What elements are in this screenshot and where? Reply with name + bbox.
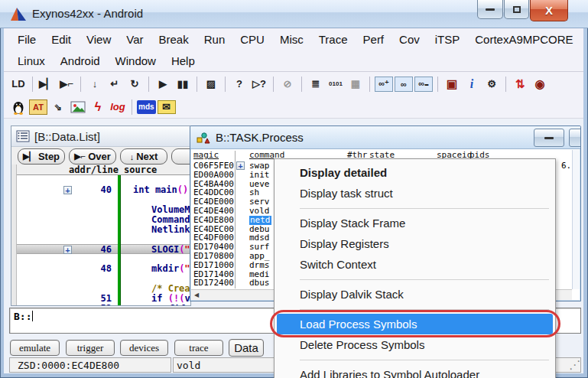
context-help-icon[interactable]: ▷?: [250, 75, 268, 93]
flash-icon[interactable]: ϟ: [89, 98, 107, 116]
menu-item-display-task-struct[interactable]: Display task struct: [275, 183, 555, 204]
toolbar-separator: [132, 99, 132, 115]
data-list-button-over[interactable]: ▶⌐Over: [69, 148, 116, 165]
power-off-icon[interactable]: ◉: [531, 75, 549, 93]
menu-item-android[interactable]: Android: [53, 54, 108, 67]
menu-item-cortexa9mpcore[interactable]: CortexA9MPCORE: [467, 33, 580, 46]
go-icon[interactable]: ▶: [154, 75, 172, 93]
menu-item-break[interactable]: Break: [151, 33, 197, 46]
menu-item-display-stack-frame[interactable]: Display Stack Frame: [275, 213, 555, 233]
menu-item-misc[interactable]: Misc: [272, 33, 311, 46]
code-row[interactable]: 51if (!(v: [17, 294, 190, 304]
menu-item-load-process-symbols[interactable]: Load Process Symbols: [277, 314, 553, 334]
close-button[interactable]: X: [530, 0, 568, 21]
break-icon[interactable]: ▮▮: [174, 75, 192, 93]
menu-item-var[interactable]: Var: [119, 33, 151, 46]
code-row[interactable]: 48mkdir(": [17, 264, 190, 274]
menu-item-display-registers[interactable]: Display Registers: [275, 233, 555, 254]
main-toolbar: LD▶▏▶⌐↓↵↻▶▮▮▨?▷?⊘≣0101▦∞⁺∞∞₌▣i⚙⇅◉: [4, 72, 583, 96]
data-list-window[interactable]: [B::Data.List] ▶▏Step▶⌐Over↓Next↵ addr/l…: [11, 125, 191, 306]
menu-item-delete-process-symbols[interactable]: Delete Process Symbols: [275, 334, 555, 355]
image-icon[interactable]: [69, 98, 87, 116]
info-icon[interactable]: i: [463, 75, 481, 93]
log-icon[interactable]: log: [109, 98, 127, 116]
menu-item-cov[interactable]: Cov: [391, 33, 427, 46]
toolbar-separator: [437, 77, 438, 92]
softkey-data[interactable]: Data: [229, 339, 264, 357]
softkey-emulate[interactable]: emulate: [10, 340, 60, 356]
over-icon: ▶⌐: [74, 152, 86, 161]
menu-item-help[interactable]: Help: [164, 54, 203, 67]
menu-item-display-detailed[interactable]: Display detailed: [275, 162, 555, 183]
softkey-trace[interactable]: trace: [174, 340, 223, 356]
code-row[interactable]: [17, 234, 190, 244]
task-command: init: [249, 171, 270, 180]
list-view-icon[interactable]: ≣: [307, 75, 325, 93]
menu-item-view[interactable]: View: [79, 33, 119, 46]
menu-item-itsp[interactable]: iTSP: [427, 33, 468, 46]
dump-view-icon[interactable]: 0101: [326, 75, 345, 93]
code-row[interactable]: +40int main(): [17, 185, 190, 195]
data-list-button-step[interactable]: ▶▏Step: [18, 148, 65, 165]
step-over-icon[interactable]: ▶⌐: [57, 75, 76, 93]
menu-item-trace[interactable]: Trace: [311, 33, 356, 46]
resize-grip[interactable]: ⋰: [569, 358, 580, 372]
code-row[interactable]: 52SLO: [17, 304, 190, 305]
watch-view-icon[interactable]: ∞: [395, 77, 413, 92]
task-vertical-scroll-area[interactable]: [572, 150, 580, 289]
source-code-view[interactable]: +40int main()VolumeMCommandNetlink+46SLO…: [17, 175, 190, 305]
task-command: dbus: [249, 279, 270, 288]
breakpoint-box-icon[interactable]: ▣: [443, 75, 461, 93]
maximize-button[interactable]: [504, 0, 529, 19]
softkey-trigger[interactable]: trigger: [66, 340, 115, 356]
titlebar[interactable]: Exynos42xx - Android X: [0, 0, 588, 28]
menu-item-switch-context[interactable]: Switch Context: [275, 254, 555, 275]
step-sequence-icon[interactable]: ⇘: [49, 98, 67, 116]
task-expand-plus-icon[interactable]: +: [236, 161, 245, 170]
menu-item-add-libraries-to-symbol-autoloader[interactable]: Add Libraries to Symbol Autoloader: [275, 364, 555, 378]
step-into-icon[interactable]: ▶▏: [37, 75, 56, 93]
watch-add-icon[interactable]: ∞⁺: [375, 77, 393, 92]
menu-item-edit[interactable]: Edit: [44, 33, 79, 46]
menu-item-cpu[interactable]: CPU: [232, 33, 272, 46]
settings-wrench-icon[interactable]: ⚙: [482, 75, 501, 93]
menu-item-run[interactable]: Run: [197, 33, 233, 46]
code-row[interactable]: +46SLOGI(": [17, 244, 190, 254]
go-up-icon[interactable]: ↻: [125, 75, 144, 93]
edit-breakpoints-icon[interactable]: ▨: [202, 75, 220, 93]
load-button[interactable]: LD: [9, 75, 28, 93]
data-list-button-return[interactable]: ↵: [171, 148, 191, 165]
task-process-titlebar[interactable]: B::TASK.Process: [190, 126, 580, 149]
expand-plus-icon[interactable]: +: [63, 186, 72, 194]
line-number: 40: [78, 185, 112, 195]
memory-chip-icon[interactable]: ▦: [346, 75, 365, 93]
watch-list-icon[interactable]: ∞₌: [414, 77, 433, 92]
softkey-devices[interactable]: devices: [120, 340, 168, 356]
expand-plus-icon[interactable]: +: [63, 246, 72, 254]
menu-item-target[interactable]: Target: [581, 33, 588, 46]
data-list-titlebar[interactable]: [B::Data.List]: [11, 126, 190, 147]
mail-icon[interactable]: ✉: [158, 100, 176, 114]
task-maximize-button[interactable]: [569, 129, 581, 147]
help-icon[interactable]: ?: [230, 75, 249, 93]
task-minimize-button[interactable]: [534, 129, 564, 147]
menu-item-linux[interactable]: Linux: [10, 54, 53, 67]
menu-item-file[interactable]: File: [10, 33, 44, 46]
data-list-button-next[interactable]: ↓Next: [120, 148, 167, 165]
code-row[interactable]: Netlink: [17, 225, 190, 235]
stop-icon[interactable]: ⊘: [278, 75, 297, 93]
return-icon[interactable]: ↵: [106, 75, 124, 93]
mds-icon[interactable]: mds: [137, 100, 156, 114]
data-list-left-margin: [11, 165, 17, 305]
menu-item-display-dalvik-stack[interactable]: Display Dalvik Stack: [275, 284, 555, 305]
scroll-left-arrow-icon[interactable]: ◀: [194, 292, 199, 298]
menu-item-perf[interactable]: Perf: [356, 33, 392, 46]
translation-table-icon[interactable]: AT: [29, 99, 47, 115]
minimize-button[interactable]: [477, 0, 503, 19]
line-number: 51: [78, 294, 112, 304]
step-down-icon[interactable]: ↓: [86, 75, 104, 93]
linux-penguin-icon[interactable]: [9, 98, 28, 116]
task-minimize-icon: [544, 137, 554, 139]
menu-item-window[interactable]: Window: [108, 54, 164, 67]
sync-arrows-icon[interactable]: ⇅: [511, 75, 529, 93]
